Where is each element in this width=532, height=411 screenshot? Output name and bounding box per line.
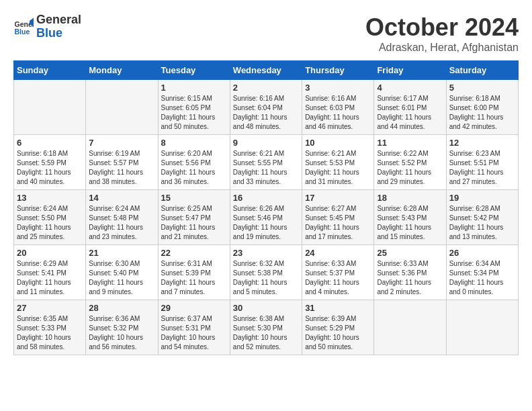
day-info: Sunrise: 6:35 AM Sunset: 5:33 PM Dayligh… (17, 314, 83, 352)
day-number: 8 (161, 138, 227, 148)
logo-blue: Blue (36, 27, 81, 40)
day-number: 10 (305, 138, 371, 148)
calendar-cell: 31Sunrise: 6:39 AM Sunset: 5:29 PM Dayli… (302, 300, 374, 355)
day-number: 15 (161, 193, 227, 203)
calendar-week-row: 13Sunrise: 6:24 AM Sunset: 5:50 PM Dayli… (14, 190, 519, 245)
day-number: 4 (377, 83, 443, 93)
weekday-header-monday: Monday (86, 61, 158, 80)
location-title: Adraskan, Herat, Afghanistan (365, 42, 519, 54)
calendar-cell: 5Sunrise: 6:18 AM Sunset: 6:00 PM Daylig… (446, 80, 518, 135)
day-info: Sunrise: 6:23 AM Sunset: 5:51 PM Dayligh… (449, 149, 515, 187)
calendar-cell: 28Sunrise: 6:36 AM Sunset: 5:32 PM Dayli… (86, 300, 158, 355)
calendar-week-row: 20Sunrise: 6:29 AM Sunset: 5:41 PM Dayli… (14, 245, 519, 300)
calendar-week-row: 6Sunrise: 6:18 AM Sunset: 5:59 PM Daylig… (14, 135, 519, 190)
calendar-cell: 3Sunrise: 6:16 AM Sunset: 6:03 PM Daylig… (302, 80, 374, 135)
calendar-cell: 11Sunrise: 6:22 AM Sunset: 5:52 PM Dayli… (374, 135, 446, 190)
calendar-cell (374, 300, 446, 355)
day-number: 2 (233, 83, 299, 93)
day-number: 1 (161, 83, 227, 93)
day-number: 24 (305, 248, 371, 258)
day-number: 30 (233, 303, 299, 313)
calendar-cell: 20Sunrise: 6:29 AM Sunset: 5:41 PM Dayli… (14, 245, 86, 300)
day-info: Sunrise: 6:33 AM Sunset: 5:37 PM Dayligh… (305, 259, 371, 297)
day-info: Sunrise: 6:24 AM Sunset: 5:50 PM Dayligh… (17, 204, 83, 242)
day-number: 27 (17, 303, 83, 313)
calendar-cell: 6Sunrise: 6:18 AM Sunset: 5:59 PM Daylig… (14, 135, 86, 190)
day-number: 20 (17, 248, 83, 258)
weekday-header-saturday: Saturday (446, 61, 518, 80)
calendar-cell: 27Sunrise: 6:35 AM Sunset: 5:33 PM Dayli… (14, 300, 86, 355)
day-info: Sunrise: 6:18 AM Sunset: 5:59 PM Dayligh… (17, 149, 83, 187)
day-number: 29 (161, 303, 227, 313)
day-info: Sunrise: 6:31 AM Sunset: 5:39 PM Dayligh… (161, 259, 227, 297)
calendar-cell: 15Sunrise: 6:25 AM Sunset: 5:47 PM Dayli… (158, 190, 230, 245)
day-info: Sunrise: 6:29 AM Sunset: 5:41 PM Dayligh… (17, 259, 83, 297)
calendar-cell: 1Sunrise: 6:15 AM Sunset: 6:05 PM Daylig… (158, 80, 230, 135)
day-info: Sunrise: 6:16 AM Sunset: 6:04 PM Dayligh… (233, 94, 299, 132)
calendar-cell: 22Sunrise: 6:31 AM Sunset: 5:39 PM Dayli… (158, 245, 230, 300)
month-title: October 2024 (365, 13, 519, 42)
weekday-header-thursday: Thursday (302, 61, 374, 80)
day-info: Sunrise: 6:21 AM Sunset: 5:55 PM Dayligh… (233, 149, 299, 187)
weekday-header-friday: Friday (374, 61, 446, 80)
day-number: 3 (305, 83, 371, 93)
day-number: 28 (89, 303, 154, 313)
calendar-cell (14, 80, 86, 135)
day-number: 14 (89, 193, 154, 203)
calendar-week-row: 27Sunrise: 6:35 AM Sunset: 5:33 PM Dayli… (14, 300, 519, 355)
day-info: Sunrise: 6:34 AM Sunset: 5:34 PM Dayligh… (449, 259, 515, 297)
calendar-cell (86, 80, 158, 135)
calendar-cell: 21Sunrise: 6:30 AM Sunset: 5:40 PM Dayli… (86, 245, 158, 300)
day-number: 11 (377, 138, 443, 148)
calendar-cell: 10Sunrise: 6:21 AM Sunset: 5:53 PM Dayli… (302, 135, 374, 190)
day-info: Sunrise: 6:15 AM Sunset: 6:05 PM Dayligh… (161, 94, 227, 132)
day-info: Sunrise: 6:32 AM Sunset: 5:38 PM Dayligh… (233, 259, 299, 297)
day-info: Sunrise: 6:17 AM Sunset: 6:01 PM Dayligh… (377, 94, 443, 132)
day-info: Sunrise: 6:16 AM Sunset: 6:03 PM Dayligh… (305, 94, 371, 132)
calendar-table: SundayMondayTuesdayWednesdayThursdayFrid… (13, 60, 519, 355)
title-area: October 2024 Adraskan, Herat, Afghanista… (365, 13, 519, 54)
day-info: Sunrise: 6:36 AM Sunset: 5:32 PM Dayligh… (89, 314, 154, 352)
day-info: Sunrise: 6:21 AM Sunset: 5:53 PM Dayligh… (305, 149, 371, 187)
day-info: Sunrise: 6:37 AM Sunset: 5:31 PM Dayligh… (161, 314, 227, 352)
day-number: 23 (233, 248, 299, 258)
day-info: Sunrise: 6:27 AM Sunset: 5:45 PM Dayligh… (305, 204, 371, 242)
day-info: Sunrise: 6:28 AM Sunset: 5:43 PM Dayligh… (377, 204, 443, 242)
header: General Blue General Blue October 2024 A… (13, 13, 519, 54)
weekday-header-wednesday: Wednesday (230, 61, 302, 80)
calendar-cell: 14Sunrise: 6:24 AM Sunset: 5:48 PM Dayli… (86, 190, 158, 245)
calendar-cell: 30Sunrise: 6:38 AM Sunset: 5:30 PM Dayli… (230, 300, 302, 355)
day-info: Sunrise: 6:19 AM Sunset: 5:57 PM Dayligh… (89, 149, 154, 187)
calendar-cell: 8Sunrise: 6:20 AM Sunset: 5:56 PM Daylig… (158, 135, 230, 190)
day-number: 17 (305, 193, 371, 203)
calendar-cell: 29Sunrise: 6:37 AM Sunset: 5:31 PM Dayli… (158, 300, 230, 355)
logo: General Blue General Blue (13, 13, 81, 40)
day-number: 21 (89, 248, 154, 258)
day-info: Sunrise: 6:18 AM Sunset: 6:00 PM Dayligh… (449, 94, 515, 132)
calendar-cell: 13Sunrise: 6:24 AM Sunset: 5:50 PM Dayli… (14, 190, 86, 245)
day-number: 5 (449, 83, 515, 93)
day-info: Sunrise: 6:28 AM Sunset: 5:42 PM Dayligh… (449, 204, 515, 242)
calendar-cell: 7Sunrise: 6:19 AM Sunset: 5:57 PM Daylig… (86, 135, 158, 190)
day-number: 7 (89, 138, 154, 148)
day-number: 12 (449, 138, 515, 148)
calendar-cell: 2Sunrise: 6:16 AM Sunset: 6:04 PM Daylig… (230, 80, 302, 135)
weekday-header-tuesday: Tuesday (158, 61, 230, 80)
day-info: Sunrise: 6:24 AM Sunset: 5:48 PM Dayligh… (89, 204, 154, 242)
calendar-cell: 18Sunrise: 6:28 AM Sunset: 5:43 PM Dayli… (374, 190, 446, 245)
day-number: 26 (449, 248, 515, 258)
day-number: 13 (17, 193, 83, 203)
calendar-cell: 4Sunrise: 6:17 AM Sunset: 6:01 PM Daylig… (374, 80, 446, 135)
weekday-header-row: SundayMondayTuesdayWednesdayThursdayFrid… (14, 61, 519, 80)
day-number: 16 (233, 193, 299, 203)
day-info: Sunrise: 6:26 AM Sunset: 5:46 PM Dayligh… (233, 204, 299, 242)
weekday-header-sunday: Sunday (14, 61, 86, 80)
day-info: Sunrise: 6:22 AM Sunset: 5:52 PM Dayligh… (377, 149, 443, 187)
day-info: Sunrise: 6:38 AM Sunset: 5:30 PM Dayligh… (233, 314, 299, 352)
day-info: Sunrise: 6:30 AM Sunset: 5:40 PM Dayligh… (89, 259, 154, 297)
calendar-cell: 25Sunrise: 6:33 AM Sunset: 5:36 PM Dayli… (374, 245, 446, 300)
svg-text:Blue: Blue (15, 27, 30, 35)
day-number: 31 (305, 303, 371, 313)
day-number: 18 (377, 193, 443, 203)
calendar-cell: 16Sunrise: 6:26 AM Sunset: 5:46 PM Dayli… (230, 190, 302, 245)
